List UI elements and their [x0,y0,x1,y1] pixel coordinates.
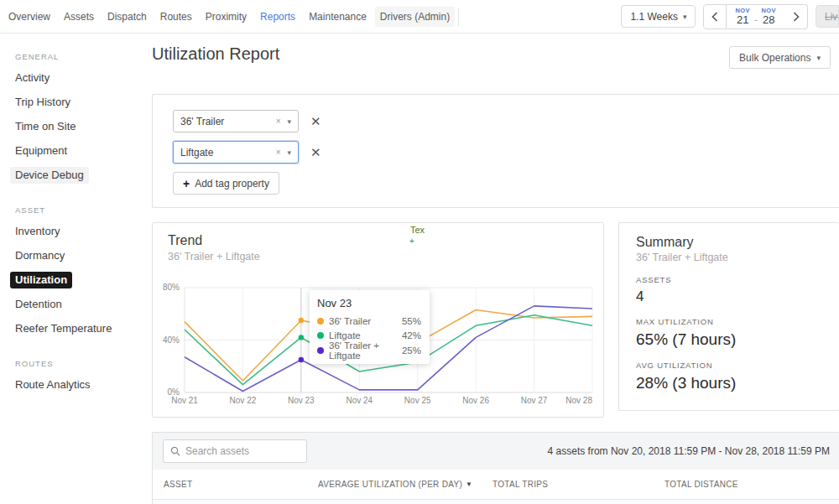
trend-chart-card: Trend 36' Trailer + Liftgate Tex + 0%40%… [152,222,604,418]
series-dot-icon [317,318,324,325]
previous-range-button[interactable] [703,4,727,29]
sidebar-item-wrap: Time on Site [15,118,151,143]
asset-search-box[interactable] [163,439,307,463]
remove-filter-button[interactable]: ✕ [310,146,321,158]
column-header-asset[interactable]: ASSET [153,480,318,489]
tag-filter-card: + Add tag property 36' Trailer×▾✕Liftgat… [152,94,839,208]
summary-stat-value: 65% (7 hours) [636,330,822,349]
summary-stat-value: 4 [636,288,822,305]
sort-descending-icon: ▼ [466,481,472,488]
sidebar-item-wrap: Inventory [15,223,151,247]
sidebar-item-detention[interactable]: Detention [10,296,67,313]
tag-select-liftgate[interactable]: Liftgate×▾ [173,141,299,164]
main-content: Utilization Report Determine how efficie… [151,34,839,504]
nav-item-drivers-admin[interactable]: Drivers (Admin) [375,7,455,27]
nav-item-overview[interactable]: Overview [3,7,55,27]
assets-table-card: 4 assets from Nov 20, 2018 11:59 PM - No… [152,432,839,504]
x-axis-tick-label: Nov 23 [288,396,315,405]
x-axis-tick-label: Nov 27 [521,396,548,405]
live-button[interactable]: Live [816,5,839,28]
assets-range-text: 4 assets from Nov 20, 2018 11:59 PM - No… [548,445,830,457]
date-range-display[interactable]: NOV 21 - NOV 28 [727,4,784,29]
nav-item-proximity[interactable]: Proximity [201,7,252,27]
tooltip-series-label: 36' Trailer [329,316,371,326]
nav-item-routes[interactable]: Routes [155,7,197,27]
date-start-day: 21 [737,14,748,25]
date-end: NOV 28 [762,8,776,26]
chevron-down-icon[interactable]: ▾ [287,117,291,126]
x-axis-tick-label: Nov 21 [171,396,198,405]
chevron-down-icon: ▾ [683,13,687,21]
column-header-total-trips[interactable]: TOTAL TRIPS [492,480,664,489]
hover-point-liftgate [299,335,304,340]
series-dot-icon [317,332,324,339]
table-row[interactable] [153,500,839,504]
topbar-controls: 1.1 Weeks ▾ NOV 21 - NOV 28 [621,4,839,29]
sidebar-item-reefer-temperature[interactable]: Reefer Temperature [10,320,117,337]
sidebar-item-dormancy[interactable]: Dormancy [10,247,70,264]
top-nav-items: OverviewAssetsDispatchRoutesProximityRep… [0,7,455,27]
add-tag-property-label: Add tag property [195,178,269,190]
column-header-total-distance[interactable]: TOTAL DISTANCE [664,480,738,489]
x-axis-tick-label: Nov 28 [565,396,592,405]
tag-select-36-trailer[interactable]: 36' Trailer×▾ [173,110,299,132]
tooltip-series-label: Liftgate [329,330,361,340]
summary-subtitle: 36' Trailer + Liftgate [636,252,822,263]
y-axis-tick-label: 40% [163,335,180,345]
plus-icon: + [183,178,190,190]
duration-label: 1.1 Weeks [630,11,677,23]
nav-item-assets[interactable]: Assets [59,7,99,27]
hover-point-36-trailer [299,318,304,323]
column-header-average-utilization-per-day[interactable]: AVERAGE UTILIZATION (PER DAY)▼ [318,480,492,489]
top-nav-bar: OverviewAssetsDispatchRoutesProximityRep… [0,0,839,34]
sidebar-section-label: ROUTES [15,359,151,368]
sidebar-section-label: ASSET [15,205,151,215]
sidebar-item-inventory[interactable]: Inventory [10,223,65,240]
summary-card: Summary 36' Trailer + Liftgate ASSETS4MA… [618,222,839,411]
duration-dropdown-button[interactable]: 1.1 Weeks ▾ [621,5,696,28]
bulk-operations-button[interactable]: Bulk Operations ▾ [729,46,831,69]
add-tag-property-button[interactable]: + Add tag property [173,172,279,195]
tag-select-controls: ×▾ [276,117,291,126]
summary-stat-label: AVG UTILIZATION [636,361,822,370]
x-axis-tick-label: Nov 26 [462,396,489,405]
nav-item-maintenance[interactable]: Maintenance [304,7,372,27]
sidebar-item-wrap: Equipment [15,143,151,167]
table-toolbar: 4 assets from Nov 20, 2018 11:59 PM - No… [153,433,839,470]
date-range-picker: NOV 21 - NOV 28 [703,4,808,29]
tag-select-value: Liftgate [180,147,213,158]
sidebar-item-time-on-site[interactable]: Time on Site [10,118,81,135]
summary-stat-label: ASSETS [636,275,822,284]
clear-tag-icon[interactable]: × [276,148,281,157]
asset-search-input[interactable] [185,445,294,457]
next-range-button[interactable] [784,4,808,29]
tag-select-controls: ×▾ [276,148,291,157]
x-axis-tick-label: Nov 24 [346,396,373,405]
tooltip-series-value: 55% [402,316,421,326]
sidebar-item-route-analytics[interactable]: Route Analytics [10,377,96,393]
sidebar-item-trip-history[interactable]: Trip History [10,94,76,111]
sidebar-item-device-debug[interactable]: Device Debug [10,167,89,184]
summary-stat-avg-utilization: AVG UTILIZATION28% (3 hours) [636,361,822,392]
sidebar-item-activity[interactable]: Activity [10,70,55,86]
remove-filter-button[interactable]: ✕ [310,115,321,127]
hover-point-36-trailer-liftgate [299,357,304,362]
bulk-operations-label: Bulk Operations [739,52,810,64]
sidebar-item-utilization[interactable]: Utilization [10,272,72,288]
sidebar-item-wrap: Activity [15,70,151,94]
chevron-right-icon [793,12,800,22]
summary-stat-assets: ASSETS4 [636,275,822,305]
chart-tooltip: Nov 23 36' Trailer55%Liftgate42%36' Trai… [310,290,430,364]
sidebar-item-wrap: Utilization [15,272,151,296]
sidebar-section-label: GENERAL [15,52,151,61]
tooltip-series-value: 25% [402,346,421,356]
nav-divider [458,8,459,26]
clear-tag-icon[interactable]: × [276,117,281,126]
nav-item-reports[interactable]: Reports [255,7,300,27]
nav-item-dispatch[interactable]: Dispatch [102,7,152,27]
date-start-month: NOV [735,8,749,14]
sidebar-item-equipment[interactable]: Equipment [10,143,72,159]
sidebar-section-routes: ROUTESRoute Analytics [15,359,151,401]
chevron-down-icon[interactable]: ▾ [287,148,291,157]
tag-filter-row: 36' Trailer×▾✕ [173,110,321,132]
